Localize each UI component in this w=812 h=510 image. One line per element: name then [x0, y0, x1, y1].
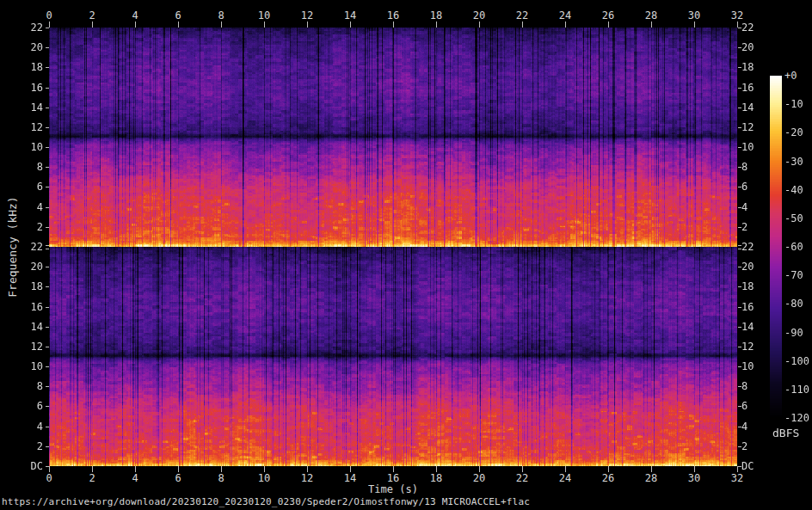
time-tick-top: [737, 22, 738, 28]
time-tick-bottom: [565, 466, 566, 472]
spectrogram-heatmap-canvas: [49, 28, 737, 466]
colorbar-tick-label: -10: [784, 99, 803, 109]
colorbar-tick-label: -120: [784, 413, 809, 423]
time-tick-label-top: 16: [387, 10, 399, 21]
freq-tick-label-left: 6: [0, 181, 43, 192]
freq-tick-left: [46, 47, 49, 48]
freq-tick-label-right: 4: [741, 421, 747, 432]
freq-tick-label-right: 18: [741, 281, 754, 292]
freq-tick-left: [46, 267, 49, 267]
freq-tick-label-left: 8: [0, 381, 43, 391]
time-tick-label-top: 28: [645, 10, 657, 21]
time-tick-top: [92, 22, 93, 28]
freq-tick-label-left: 12: [0, 341, 43, 352]
freq-tick-label-left: 2: [0, 441, 43, 452]
freq-tick-label-left: 8: [0, 162, 43, 172]
time-tick-label-bottom: 16: [387, 473, 399, 483]
freq-tick-label-left: 18: [0, 281, 43, 292]
time-tick-label-bottom: 22: [516, 473, 528, 483]
freq-tick-label-right: 20: [741, 261, 754, 272]
time-tick-label-top: 32: [731, 10, 743, 21]
colorbar-tick-label: -100: [784, 356, 809, 366]
freq-tick-left: [46, 286, 49, 287]
freq-tick-label-right: 12: [741, 122, 754, 132]
freq-tick-label-right: 14: [741, 102, 754, 113]
freq-tick-label-right: 4: [741, 202, 747, 212]
freq-tick-left: [46, 187, 49, 187]
time-tick-bottom: [479, 466, 480, 472]
time-tick-label-top: 10: [258, 10, 270, 21]
colorbar-tick-label: -70: [784, 270, 803, 280]
freq-tick-label-left: 14: [0, 102, 43, 113]
freq-tick-label-right: 22: [741, 22, 754, 33]
spectrogram-figure: Frequency (kHz) 002244668810101212141416…: [0, 0, 812, 510]
freq-tick-label-right: 10: [741, 142, 754, 152]
colorbar-tick-label: -50: [784, 213, 803, 224]
freq-tick-label-left: 16: [0, 83, 43, 93]
freq-tick-label-left: 4: [0, 202, 43, 212]
time-tick-bottom: [135, 466, 136, 472]
time-tick-label-bottom: 12: [301, 473, 313, 483]
freq-tick-label-right: DC: [741, 461, 754, 471]
time-tick-label-bottom: 2: [89, 473, 95, 483]
time-tick-top: [221, 22, 222, 28]
colorbar-tick-label: -60: [784, 242, 803, 252]
time-tick-label-bottom: 28: [645, 473, 657, 483]
time-tick-label-bottom: 32: [731, 473, 743, 483]
time-tick-label-bottom: 4: [132, 473, 138, 483]
time-tick-top: [436, 22, 437, 28]
time-tick-label-bottom: 30: [688, 473, 700, 483]
time-tick-label-top: 22: [516, 10, 528, 21]
time-tick-top: [178, 22, 179, 28]
time-tick-label-bottom: 26: [602, 473, 614, 483]
freq-tick-left: [46, 28, 49, 28]
freq-tick-label-left: 14: [0, 322, 43, 332]
freq-tick-left: [46, 307, 49, 308]
freq-tick-label-right: 10: [741, 361, 754, 372]
freq-tick-left: [46, 207, 49, 208]
colorbar-tick-label: -80: [784, 298, 803, 309]
time-tick-label-top: 18: [430, 10, 442, 21]
time-tick-bottom: [694, 466, 695, 472]
freq-tick-label-right: 12: [741, 341, 754, 352]
colorbar-tick-label: -20: [784, 127, 803, 138]
time-tick-label-top: 0: [46, 10, 52, 21]
time-tick-bottom: [350, 466, 351, 472]
freq-tick-left: [46, 67, 49, 68]
time-tick-label-top: 24: [559, 10, 571, 21]
time-tick-label-top: 20: [473, 10, 485, 21]
freq-tick-label-right: 20: [741, 42, 754, 52]
time-tick-top: [694, 22, 695, 28]
time-tick-label-top: 6: [175, 10, 181, 21]
time-tick-bottom: [221, 466, 222, 472]
time-tick-bottom: [264, 466, 265, 472]
time-tick-bottom: [651, 466, 652, 472]
freq-tick-left: [46, 245, 49, 246]
time-tick-bottom: [522, 466, 523, 472]
time-tick-label-bottom: 20: [473, 473, 485, 483]
time-tick-label-top: 26: [602, 10, 614, 21]
freq-tick-label-left: 18: [0, 62, 43, 72]
time-tick-label-top: 12: [301, 10, 313, 21]
freq-tick-left: [46, 249, 49, 249]
colorbar-tick-label: +0: [784, 71, 797, 81]
colorbar-unit-label: dBFS: [772, 427, 799, 439]
freq-tick-label-left: DC: [0, 461, 43, 471]
freq-tick-label-left: 10: [0, 142, 43, 152]
freq-tick-label-right: 6: [741, 401, 747, 411]
freq-tick-left: [46, 108, 49, 108]
time-tick-label-top: 4: [132, 10, 138, 21]
freq-tick-label-right: 2: [741, 441, 747, 452]
time-tick-bottom: [393, 466, 394, 472]
time-tick-bottom: [307, 466, 308, 472]
time-axis-title: Time (s): [368, 484, 418, 495]
freq-tick-label-right: 18: [741, 62, 754, 72]
time-tick-top: [49, 22, 50, 28]
freq-tick-label-right: 8: [741, 162, 747, 172]
colorbar-tick-label: -40: [784, 185, 803, 195]
freq-tick-label-left: 20: [0, 261, 43, 272]
time-tick-label-bottom: 6: [175, 473, 181, 483]
freq-tick-left: [46, 167, 49, 168]
colorbar-tick-label: -30: [784, 157, 803, 167]
freq-tick-label-left: 16: [0, 302, 43, 312]
